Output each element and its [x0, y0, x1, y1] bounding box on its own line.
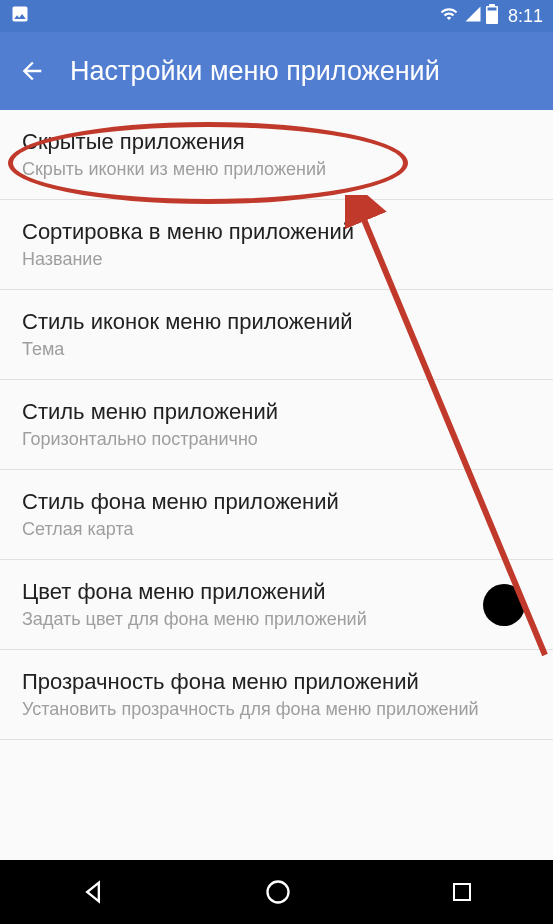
setting-subtitle: Задать цвет для фона меню приложений — [22, 609, 531, 630]
setting-icon-style[interactable]: Стиль иконок меню приложений Тема — [0, 290, 553, 380]
setting-subtitle: Сетлая карта — [22, 519, 531, 540]
status-time: 8:11 — [508, 6, 543, 27]
nav-back-button[interactable] — [79, 878, 107, 906]
setting-subtitle: Скрыть иконки из меню приложений — [22, 159, 531, 180]
setting-bg-color[interactable]: Цвет фона меню приложений Задать цвет дл… — [0, 560, 553, 650]
setting-bg-style[interactable]: Стиль фона меню приложений Сетлая карта — [0, 470, 553, 560]
battery-icon — [486, 4, 498, 28]
setting-subtitle: Установить прозрачность для фона меню пр… — [22, 699, 531, 720]
nav-recent-button[interactable] — [450, 880, 474, 904]
app-bar: Настройки меню приложений — [0, 32, 553, 110]
setting-menu-style[interactable]: Стиль меню приложений Горизонтально пост… — [0, 380, 553, 470]
setting-title: Стиль фона меню приложений — [22, 489, 531, 515]
setting-bg-transparency[interactable]: Прозрачность фона меню приложений Устано… — [0, 650, 553, 740]
setting-title: Скрытые приложения — [22, 129, 531, 155]
color-swatch — [483, 584, 525, 626]
status-bar: 8:11 — [0, 0, 553, 32]
circle-home-icon — [264, 878, 292, 906]
signal-icon — [464, 5, 482, 27]
triangle-back-icon — [79, 878, 107, 906]
svg-point-5 — [268, 882, 289, 903]
back-button[interactable] — [18, 57, 46, 85]
settings-list: Скрытые приложения Скрыть иконки из меню… — [0, 110, 553, 740]
svg-rect-6 — [454, 884, 470, 900]
setting-title: Прозрачность фона меню приложений — [22, 669, 531, 695]
setting-subtitle: Тема — [22, 339, 531, 360]
svg-rect-1 — [489, 4, 495, 7]
square-recent-icon — [450, 880, 474, 904]
arrow-back-icon — [18, 57, 46, 85]
setting-title: Цвет фона меню приложений — [22, 579, 531, 605]
setting-subtitle: Горизонтально постранично — [22, 429, 531, 450]
setting-sort[interactable]: Сортировка в меню приложений Название — [0, 200, 553, 290]
nav-home-button[interactable] — [264, 878, 292, 906]
image-icon — [10, 4, 30, 28]
setting-subtitle: Название — [22, 249, 531, 270]
setting-hidden-apps[interactable]: Скрытые приложения Скрыть иконки из меню… — [0, 110, 553, 200]
wifi-icon — [438, 5, 460, 27]
setting-title: Сортировка в меню приложений — [22, 219, 531, 245]
setting-title: Стиль меню приложений — [22, 399, 531, 425]
svg-rect-2 — [487, 8, 496, 11]
nav-bar — [0, 860, 553, 924]
app-title: Настройки меню приложений — [70, 56, 440, 87]
setting-title: Стиль иконок меню приложений — [22, 309, 531, 335]
